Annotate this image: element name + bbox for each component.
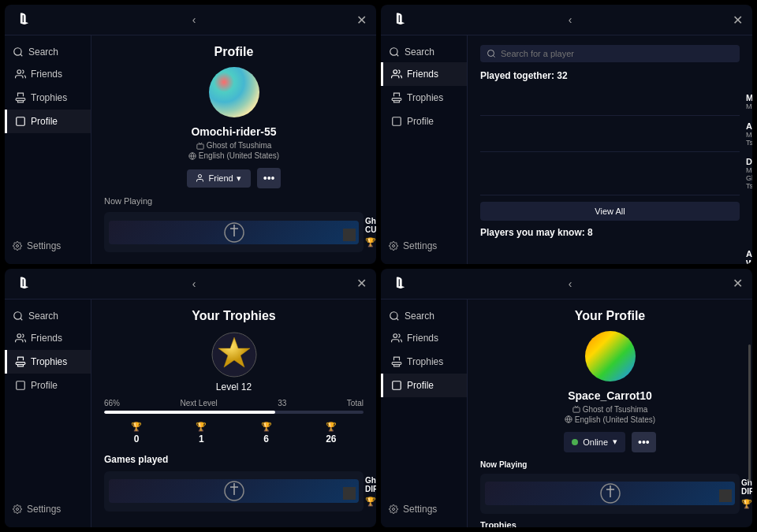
settings-label-4: Settings [403, 504, 437, 515]
friends-label-1: Friends [31, 69, 62, 80]
svg-rect-2 [18, 101, 24, 102]
sidebar-item-friends-1[interactable]: Friends [5, 62, 91, 86]
close-button-4[interactable]: ✕ [733, 276, 743, 291]
sidebar-2: Search Friends Trophies Profile Settings [381, 35, 468, 264]
online-status-button[interactable]: Online ▾ [564, 432, 625, 452]
bronze-count: 🏆 26 [326, 422, 337, 445]
game-thumbnail-4 [485, 482, 735, 505]
sidebar-search-2[interactable]: Search [381, 42, 467, 62]
your-profile-page-title: Your Profile [480, 309, 740, 323]
sidebar-item-friends-2[interactable]: Friends [381, 62, 467, 86]
back-button-4[interactable]: ‹ [564, 276, 577, 292]
settings-2[interactable]: Settings [381, 234, 467, 258]
trophy-counts: 🏆 0 🏆 1 🏆 6 🏆 26 [104, 422, 364, 445]
back-button-1[interactable]: ‹ [188, 12, 201, 28]
user-meta-1: Ghost of Tsushima English (United States… [104, 141, 364, 160]
profile-page-title: Profile [104, 45, 364, 59]
scrollbar-4[interactable] [748, 344, 751, 482]
now-playing-section-1: Now Playing Ghost of Tsushima DIRECTOR'S… [104, 196, 364, 252]
settings-4[interactable]: Settings [381, 497, 467, 521]
sidebar-3: Search Friends Trophies Profile Settings [5, 299, 91, 528]
sidebar-item-trophies-2[interactable]: Trophies [381, 86, 467, 110]
game-title-3: Ghost of Tsushima DIRECTOR'S CUT [365, 476, 376, 493]
total-trophies: 33 [278, 399, 286, 407]
friend-details-maverick: MaverickxMustang ✦ Met in: Ghost of Tsus… [746, 92, 752, 110]
close-button-1[interactable]: ✕ [356, 13, 367, 28]
sidebar-search-4[interactable]: Search [381, 306, 467, 326]
ps-logo-3 [14, 275, 32, 292]
games-played-label: Games played [104, 454, 364, 465]
panel-body-3: Search Friends Trophies Profile Settings… [5, 299, 376, 528]
svg-point-24 [390, 311, 397, 318]
user-game-1: Ghost of Tsushima [196, 141, 272, 150]
played-together-label: Played together: 32 [480, 70, 740, 81]
plat-num: 0 [134, 433, 140, 445]
back-button-2[interactable]: ‹ [564, 12, 577, 28]
svg-point-0 [14, 48, 21, 55]
player-search-input[interactable] [501, 49, 733, 58]
silver-count: 🏆 6 [261, 422, 272, 445]
panel-trophies: ‹ ✕ Search Friends Trophies Profile S [5, 269, 376, 528]
svg-point-4 [17, 244, 19, 247]
sidebar-item-friends-4[interactable]: Friends [381, 326, 467, 350]
svg-rect-18 [18, 364, 24, 366]
search-label-3: Search [28, 311, 58, 322]
sidebar-item-profile-1[interactable]: Profile [5, 110, 91, 133]
view-all-button[interactable]: View All [480, 202, 740, 221]
main-content-4: Your Profile Space_Carrot10 Ghost of Tsu… [468, 299, 752, 528]
svg-rect-12 [394, 101, 400, 102]
sidebar-search-1[interactable]: Search [5, 42, 91, 62]
next-level-label: Next Level [181, 399, 218, 407]
svg-point-15 [488, 50, 494, 57]
now-playing-label-1: Now Playing [104, 196, 364, 206]
search-label-4: Search [405, 311, 434, 322]
avatar-container-4 [480, 331, 740, 381]
settings-label-3: Settings [27, 504, 61, 515]
main-content-3: Your Trophies Level 12 66% [91, 299, 376, 528]
friends-label-4: Friends [407, 333, 438, 344]
sidebar-item-profile-2[interactable]: Profile [381, 110, 467, 133]
friend-details-ace: Ace-Wildcat3651 ✦ [746, 249, 752, 264]
friend-meta-drjuice: Met in: Ghost of Tsushima [746, 166, 752, 190]
trophy-row-3: 🏆 0 🏆 1 🏆 6 [365, 497, 376, 507]
trophies-page-title: Your Trophies [104, 309, 364, 323]
friend-button[interactable]: Friend ▾ [187, 169, 251, 188]
search-bar-2[interactable] [480, 45, 740, 62]
sidebar-search-3[interactable]: Search [5, 306, 91, 326]
level-progress-bar [104, 411, 364, 414]
panel-profile: ‹ ✕ Search Friends Trophies Profile S [5, 5, 376, 264]
settings-1[interactable]: Settings [5, 234, 91, 258]
svg-point-17 [17, 333, 21, 337]
settings-3[interactable]: Settings [5, 497, 91, 521]
user-game-4: Ghost of Tsushima [572, 405, 648, 414]
sidebar-item-profile-4[interactable]: Profile [381, 374, 467, 397]
sidebar-item-trophies-1[interactable]: Trophies [5, 86, 91, 110]
panel-your-profile: ‹ ✕ Search Friends Trophies Profile S [381, 269, 752, 528]
trophies-label-1: Trophies [31, 92, 67, 103]
settings-label-2: Settings [403, 240, 437, 251]
sidebar-item-friends-3[interactable]: Friends [5, 326, 91, 350]
level-progress-fill [104, 411, 275, 414]
friend-details-aka: Aka_circle229 ✦ Met in: Ghost of Tsushim… [746, 121, 752, 147]
sidebar-item-trophies-4[interactable]: Trophies [381, 350, 467, 374]
panel-header-4: ‹ ✕ [381, 269, 752, 299]
profile-label-2: Profile [407, 116, 434, 127]
sidebar-1: Search Friends Trophies Profile Settings [5, 35, 91, 264]
bronze-num: 26 [326, 433, 336, 445]
svg-point-14 [393, 244, 395, 247]
more-options-button-4[interactable]: ••• [632, 432, 656, 452]
friend-item-maverick: MaverickxMustang ✦ Met in: Ghost of Tsus… [480, 87, 740, 116]
profile-label-1: Profile [31, 116, 58, 127]
svg-rect-27 [393, 381, 401, 389]
sidebar-item-trophies-3[interactable]: Trophies [5, 350, 91, 374]
sidebar-item-profile-3[interactable]: Profile [5, 374, 91, 397]
panel-body-4: Search Friends Trophies Profile Settings… [381, 299, 752, 528]
now-playing-label-4: Now Playing [480, 460, 740, 469]
gold-num: 1 [199, 433, 204, 445]
game-row-1: Ghost of Tsushima DIRECTOR'S CUT 🏆 0 🏆 0… [104, 212, 364, 252]
close-button-3[interactable]: ✕ [356, 276, 367, 291]
online-area: Online ▾ ••• [480, 432, 740, 452]
back-button-3[interactable]: ‹ [188, 276, 201, 292]
more-options-button[interactable]: ••• [257, 168, 282, 188]
close-button-2[interactable]: ✕ [733, 13, 743, 28]
